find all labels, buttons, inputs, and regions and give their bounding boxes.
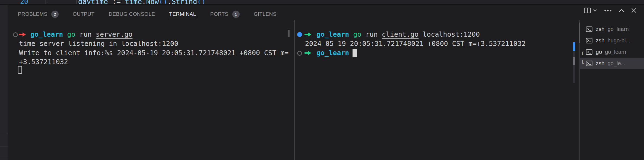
close-panel-button[interactable] [631,8,636,13]
tab-terminal[interactable]: TERMINAL [169,8,196,20]
panel-tab-bar: PROBLEMS 2 OUTPUT DEBUG CONSOLE TERMINAL… [18,8,277,20]
divider [0,146,8,146]
maximize-panel-button[interactable] [619,9,624,12]
terminal-split-sash[interactable] [294,20,295,160]
terminal-output-line: 2024-05-19 20:05:31.721748021 +0800 CST … [305,39,526,48]
split-terminal-button[interactable] [584,8,597,13]
terminal-icon [586,49,593,55]
terminal-shell-label: zsh [596,26,605,32]
terminal-icon [586,60,593,67]
terminal-list-item-zsh-go-learn[interactable]: zsh go_learn [580,23,644,35]
editor-indent-guide [46,0,46,4]
prompt-arrow-icon [304,32,312,38]
tab-gitlens[interactable]: GITLENS [254,8,277,20]
tab-label: DEBUG CONSOLE [109,11,155,17]
terminal-prompt-line: go_learn go run client.go localhost:1200 [316,30,480,39]
terminal-list-item-go-go-learn[interactable]: ┌ go go_learn [580,46,644,58]
prompt-file-arg: client.go [382,30,418,38]
terminal-description: go_learn [605,49,626,55]
more-actions-button[interactable] [604,10,612,12]
prompt-host-arg: localhost:1200 [418,30,480,38]
chevron-down-icon [593,9,597,12]
panel-actions [584,8,636,13]
code-token-parens: () [159,0,167,4]
tab-label: PROBLEMS [18,11,47,17]
editor-line-number: 20 [20,0,28,4]
left-terminal-scrollbar[interactable] [288,30,290,37]
problems-count-badge: 2 [51,11,59,18]
terminal-shell-label: go [596,49,602,55]
ellipsis-icon [604,10,612,12]
split-group-prefix: └ [581,60,586,67]
split-panel-icon [584,8,591,13]
command-decoration-circle[interactable] [13,32,18,37]
terminal-description: go_learn [608,26,629,32]
tab-label: GITLENS [254,11,277,17]
terminal-output-line: Write to client info:%s 2024-05-19 20:05… [19,48,288,58]
prompt-cwd: go_learn [30,30,63,38]
tab-problems[interactable]: PROBLEMS 2 [18,8,59,20]
terminal-cursor-unfocused [18,66,22,74]
tab-label: TERMINAL [169,11,196,17]
divider [0,133,8,133]
right-terminal-scrollbar-thumb[interactable] [573,57,575,65]
terminal-output-line: +3.537211032 [19,57,68,67]
terminal-shell-label: zsh [596,37,605,44]
code-token-assign: := [108,0,125,4]
prompt-file-arg: server.go [96,30,132,38]
background-ui-sliver [0,5,8,160]
prompt-args: run [75,30,96,38]
editor-strip[interactable]: 20 daytime := time.Now().String() [0,0,644,4]
panel-top-border [0,4,644,5]
tab-label: PORTS [210,11,229,17]
prompt-cwd: go_learn [316,49,349,57]
code-token-dot: . [142,0,146,4]
code-token-dot: . [167,0,172,4]
command-decoration-circle[interactable] [297,32,302,37]
terminal-list-item-zsh-hugo[interactable]: zsh hugo-bl... [580,35,644,46]
tab-debug-console[interactable]: DEBUG CONSOLE [109,8,155,20]
prompt-args: run [361,30,382,38]
terminal-prompt-line: go_learn go run server.go [30,30,132,39]
prompt-cwd: go_learn [316,30,349,38]
terminal-prompt-line: go_learn [316,48,357,58]
ports-count-badge: 1 [232,11,240,18]
code-token-function: Now [146,0,159,4]
close-icon [631,8,636,13]
tab-ports[interactable]: PORTS 1 [210,8,240,20]
prompt-command: go [349,30,361,38]
terminal-icon [586,26,593,33]
terminal-description: hugo-bl... [608,37,630,44]
editor-indent-guide [76,0,77,4]
prompt-arrow-icon [19,32,27,38]
code-token-package: time [125,0,142,4]
terminal-description: go_le... [608,60,626,67]
terminal-tabs-list: zsh go_learn zsh hugo-bl... ┌ go go_lear… [580,23,644,69]
vscode-panel: { "editor": { "line_number": "20", "code… [0,0,644,160]
code-token-parens: () [197,0,205,4]
prompt-arrow-icon [304,50,312,57]
terminal-list-item-zsh-go-learn-selected[interactable]: └ zsh go_le... [580,58,644,69]
tab-output[interactable]: OUTPUT [73,8,95,20]
code-token-variable: daytime [78,0,108,4]
prompt-command: go [63,30,75,38]
terminal-icon [586,37,593,44]
chevron-up-icon [619,9,624,12]
code-token-function: String [172,0,197,4]
command-decoration-circle[interactable] [297,51,302,56]
scrollbar-command-decoration [573,42,575,51]
terminal-cursor-focused [353,49,357,57]
editor-code-line: daytime := time.Now().String() [78,0,206,4]
terminal-shell-label: zsh [596,60,605,67]
divider [0,158,8,158]
tab-label: OUTPUT [73,11,95,17]
terminal-output-line: time server listening in localhost:1200 [19,39,178,48]
split-group-prefix: ┌ [581,49,586,55]
